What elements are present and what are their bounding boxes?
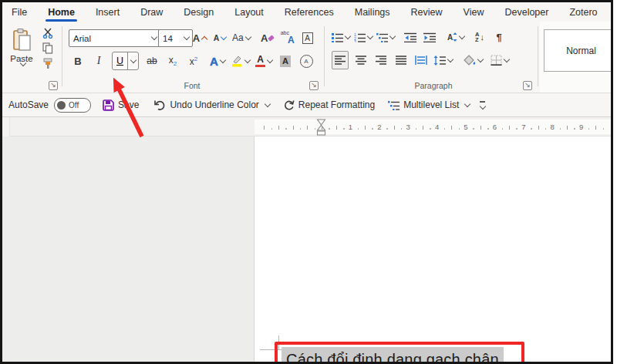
line-spacing-button[interactable]	[433, 52, 453, 69]
style-normal[interactable]: Normal	[544, 29, 613, 72]
ruler-dot	[430, 128, 431, 130]
ribbon-tab-bar: FileHomeInsertDrawDesignLayoutReferences…	[2, 2, 611, 22]
font-dialog-launcher[interactable]: ↘	[309, 81, 319, 90]
ruler-dot	[343, 128, 345, 130]
save-label: Save	[118, 99, 139, 110]
format-painter-icon[interactable]	[42, 58, 54, 69]
ribbon-tab-zotero[interactable]: Zotero	[569, 7, 597, 18]
ruler-dot	[459, 128, 460, 130]
ribbon-tab-references[interactable]: References	[285, 7, 334, 18]
paste-icon	[12, 28, 32, 52]
font-name-combo[interactable]: Arial	[69, 29, 160, 47]
character-shading-button[interactable]: A	[278, 52, 293, 69]
bullets-button[interactable]	[332, 29, 350, 46]
ruler-dot	[487, 128, 489, 130]
font-size-combo[interactable]: 14	[158, 29, 193, 47]
increase-indent-button[interactable]	[422, 29, 437, 46]
strikethrough-button[interactable]: ab	[144, 52, 160, 69]
ruler-tick	[423, 126, 423, 130]
undo-icon	[153, 99, 166, 110]
shrink-font-button[interactable]: A	[212, 29, 228, 46]
clear-formatting-button[interactable]: A	[260, 29, 275, 46]
subscript-button[interactable]: x2	[165, 52, 180, 69]
ribbon-tab-file[interactable]: File	[12, 7, 27, 18]
undo-button[interactable]: Undo Underline Color	[153, 99, 269, 110]
overflow-chevron	[479, 103, 485, 109]
cut-icon[interactable]	[42, 28, 54, 39]
ruler-tick	[595, 126, 596, 130]
paste-button[interactable]: Paste	[7, 28, 36, 76]
ribbon-tab-insert[interactable]: Insert	[96, 7, 120, 18]
clipboard-dialog-launcher[interactable]: ↘	[49, 81, 58, 90]
font-color-swatch	[255, 65, 265, 68]
ruler-number: 2	[377, 123, 381, 131]
ruler-dot	[502, 128, 504, 130]
ribbon-tab-developer[interactable]: Developer	[504, 7, 548, 18]
ruler-dot	[300, 128, 302, 130]
document-page[interactable]	[255, 136, 611, 362]
ruler-dot	[603, 128, 605, 130]
font-color-button[interactable]: A	[255, 52, 272, 69]
multilevel-list-button[interactable]	[376, 29, 395, 46]
multilevel-list-icon	[376, 32, 388, 42]
ribbon: Paste Clipboard ↘ Arial	[2, 22, 611, 93]
qat-overflow-button[interactable]	[480, 101, 485, 108]
ribbon-tab-draw[interactable]: Draw	[140, 7, 163, 18]
multilevel-dropdown-chevron[interactable]	[464, 100, 470, 106]
highlight-color-button[interactable]	[231, 52, 250, 69]
align-right-button[interactable]	[373, 52, 389, 69]
sort-button[interactable]: AZ↓	[472, 29, 487, 46]
undo-dropdown-chevron[interactable]	[265, 100, 271, 106]
ruler-tick	[567, 126, 568, 130]
superscript-button[interactable]: x2	[186, 52, 201, 69]
ruler-tick	[509, 126, 510, 130]
ribbon-tab-layout[interactable]: Layout	[234, 7, 264, 18]
multilevel-list-qat-button[interactable]: Multilevel List	[388, 99, 470, 110]
borders-button[interactable]	[491, 52, 509, 69]
ribbon-tab-design[interactable]: Design	[184, 7, 214, 18]
decrease-indent-button[interactable]	[403, 29, 418, 46]
bold-button[interactable]: B	[70, 52, 86, 69]
ruler-tick	[322, 126, 322, 130]
numbering-icon: 1 2 3	[354, 32, 366, 42]
underline-dropdown[interactable]	[127, 52, 138, 69]
align-left-button[interactable]	[332, 51, 349, 69]
asian-layout-button[interactable]: A	[445, 29, 464, 46]
ribbon-tab-home[interactable]: Home	[48, 7, 75, 18]
show-hide-marks-button[interactable]: ¶	[491, 29, 507, 46]
distributed-button[interactable]	[413, 52, 429, 69]
screenshot-root: FileHomeInsertDrawDesignLayoutReferences…	[0, 0, 617, 364]
ribbon-tab-mailings[interactable]: Mailings	[355, 7, 390, 18]
phonetic-guide-button[interactable]: abcA	[280, 29, 295, 46]
ruler-number: 7	[521, 123, 525, 131]
ribbon-tab-review[interactable]: Review	[411, 7, 443, 18]
paragraph-dialog-launcher[interactable]: ↘	[523, 81, 532, 90]
styles-gallery: Normal	[540, 22, 611, 93]
shading-button[interactable]	[464, 52, 483, 69]
text-effects-button[interactable]: A	[210, 52, 225, 69]
grow-font-button[interactable]: A	[192, 29, 207, 46]
underline-button[interactable]: U	[116, 56, 123, 66]
italic-button[interactable]: I	[91, 52, 106, 69]
enclose-characters-button[interactable]: A	[298, 52, 314, 69]
toggle-knob	[57, 101, 66, 110]
underline-split-button[interactable]: U	[112, 52, 139, 70]
group-separator	[62, 26, 62, 86]
ruler-number: 9	[579, 123, 583, 131]
save-button[interactable]: Save	[103, 99, 139, 111]
align-right-icon	[376, 56, 386, 65]
change-case-button[interactable]: Aa	[232, 29, 251, 46]
copy-icon[interactable]	[42, 42, 53, 54]
horizontal-ruler[interactable]: 123456789	[255, 120, 611, 134]
numbering-button[interactable]: 1 2 3	[354, 29, 373, 46]
align-center-button[interactable]	[353, 52, 369, 69]
highlighter-icon	[231, 55, 243, 67]
autosave-toggle[interactable]: Off	[54, 98, 91, 113]
repeat-button[interactable]: Repeat Formatting	[283, 99, 375, 111]
ruler-tick	[538, 126, 539, 130]
autosave-state: Off	[69, 101, 79, 110]
justify-button[interactable]	[393, 52, 409, 69]
ribbon-tab-view[interactable]: View	[464, 7, 484, 18]
clipboard-small-buttons	[38, 28, 58, 76]
character-border-button[interactable]: A	[300, 29, 315, 46]
